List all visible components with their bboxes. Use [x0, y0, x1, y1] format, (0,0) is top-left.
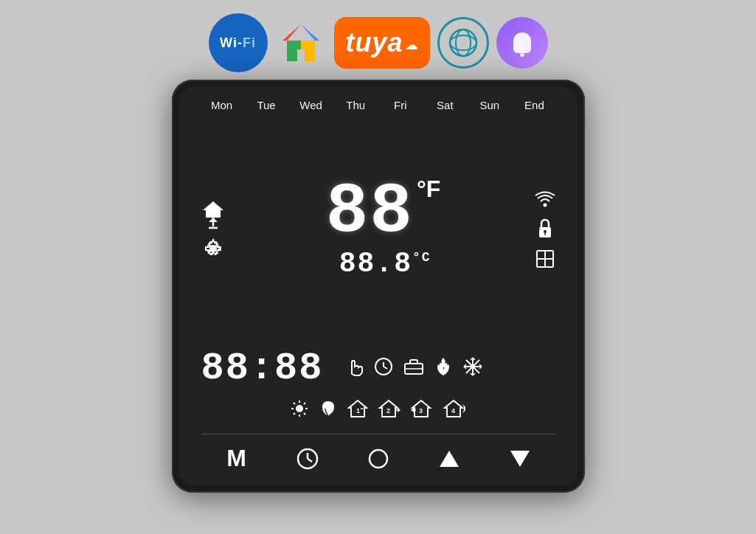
brightness-icon: [290, 399, 309, 423]
svg-line-68: [308, 459, 312, 462]
down-button-icon: [509, 449, 531, 468]
day-thu: Thu: [342, 99, 369, 111]
svg-point-18: [543, 203, 547, 207]
day-sat: Sat: [431, 99, 458, 111]
svg-text:4: 4: [451, 407, 455, 415]
clock-button-icon: [296, 447, 319, 471]
svg-marker-1: [282, 24, 301, 41]
svg-line-52: [294, 413, 295, 415]
day-wed: Wed: [298, 99, 325, 111]
temp-large-value: 88: [326, 177, 414, 248]
svg-rect-9: [520, 53, 524, 57]
thermostat-device: Mon Tue Wed Thu Fri Sat Sun End: [172, 80, 585, 493]
svg-point-20: [544, 230, 547, 233]
left-icons-column: [194, 198, 225, 259]
svg-line-50: [304, 413, 305, 415]
alexa-icon: [447, 27, 479, 59]
tuya-signal-icon: ☁: [405, 37, 418, 53]
svg-point-7: [456, 30, 471, 56]
heat-mode-icon: [434, 356, 452, 381]
wifi-signal-icon: [535, 189, 555, 208]
svg-marker-3: [287, 41, 301, 61]
svg-line-49: [294, 403, 295, 404]
clock-mode-icon: [374, 357, 393, 381]
svg-text:1: 1: [356, 407, 360, 415]
google-home-badge: [275, 17, 327, 69]
svg-point-8: [450, 35, 476, 50]
svg-point-6: [450, 30, 476, 56]
tuya-badge: tuya ☁: [334, 17, 430, 69]
svg-marker-71: [510, 451, 530, 467]
schedule-2-icon: 2: [378, 398, 400, 423]
eco-mode-icon: [319, 398, 337, 423]
svg-text:2: 2: [386, 407, 390, 415]
divider-line: [201, 434, 555, 434]
svg-point-69: [370, 450, 387, 468]
controls-row[interactable]: M: [194, 439, 563, 475]
program-mode-icon: [403, 358, 424, 380]
temperature-display: 88 °F 88.8°C: [326, 177, 441, 280]
svg-line-29: [384, 367, 387, 369]
tuya-label: tuya: [345, 27, 403, 58]
schedule-row: 1 2 3: [194, 392, 563, 429]
down-button[interactable]: [502, 449, 538, 468]
settings-gear-icon: [203, 238, 223, 259]
window-grid-icon: [535, 249, 555, 268]
google-home-icon: [277, 18, 325, 67]
mode-icons-row: [339, 356, 483, 381]
main-display: 88 °F 88.8°C: [194, 116, 563, 341]
wifi-label: Wi-Fi: [220, 36, 256, 49]
lock-icon: [537, 218, 553, 239]
svg-marker-70: [440, 451, 459, 467]
up-button[interactable]: [431, 449, 468, 468]
svg-text:3: 3: [419, 407, 423, 415]
svg-marker-12: [209, 218, 218, 222]
day-mon: Mon: [209, 99, 235, 111]
svg-marker-4: [301, 41, 315, 61]
temp-secondary-value: 88.8°C: [339, 248, 431, 280]
time-display: 88:88: [201, 350, 324, 388]
day-tue: Tue: [253, 99, 280, 111]
circle-button-icon: [367, 448, 389, 470]
alexa-badge: [437, 17, 489, 69]
schedule-1-icon: 1: [347, 398, 368, 423]
up-button-icon: [438, 449, 460, 468]
manual-mode-icon: [346, 356, 364, 381]
day-end: End: [521, 99, 547, 111]
svg-marker-2: [301, 24, 319, 41]
mode-m-button[interactable]: M: [218, 445, 255, 472]
svg-point-44: [296, 405, 303, 412]
day-row: Mon Tue Wed Thu Fri Sat Sun End: [194, 99, 563, 111]
day-fri: Fri: [387, 99, 414, 111]
circle-button[interactable]: [360, 448, 397, 470]
siri-icon: [506, 27, 538, 59]
time-mode-row: 88:88: [194, 345, 563, 392]
brand-bar: Wi-Fi tuya ☁: [0, 0, 756, 80]
clock-button[interactable]: [289, 447, 326, 471]
svg-line-51: [304, 403, 305, 404]
schedule-3-icon: 3: [411, 398, 433, 423]
thermostat-inner: Mon Tue Wed Thu Fri Sat Sun End: [179, 87, 578, 485]
schedule-4-icon: 4: [443, 398, 467, 423]
cool-mode-icon: [462, 356, 483, 381]
wifi-badge: Wi-Fi: [209, 13, 268, 72]
right-icons-column: [535, 189, 563, 268]
page-wrapper: Wi-Fi tuya ☁: [0, 0, 756, 534]
day-sun: Sun: [476, 99, 503, 111]
setpoint-up-icon: [201, 198, 225, 231]
siri-badge: [496, 17, 548, 69]
temp-unit-fahrenheit: °F: [417, 177, 440, 201]
